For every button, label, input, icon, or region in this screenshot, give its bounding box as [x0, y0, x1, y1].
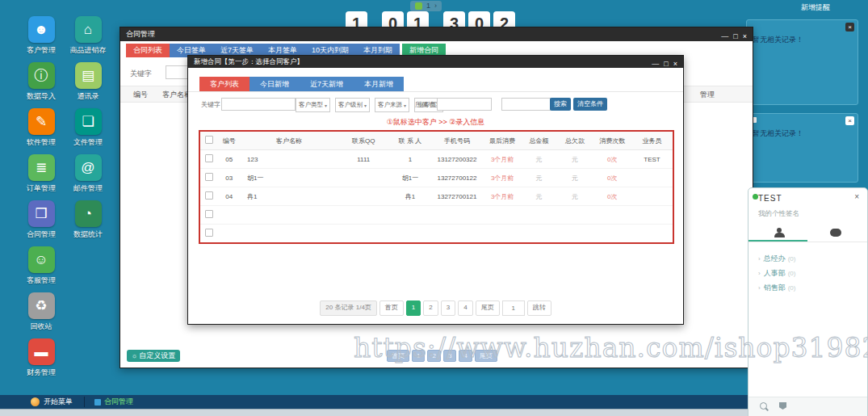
close-icon[interactable]: ×	[673, 60, 677, 68]
last-page-button[interactable]: 尾页	[476, 300, 500, 316]
contact-group[interactable]: ›总经办(0)	[758, 250, 795, 264]
page-button[interactable]: 4	[459, 350, 472, 362]
jump-button[interactable]: 跳转	[527, 300, 551, 316]
desktop: ☻ 客户管理 ⌂ 商品进销存 ⓘ 数据导入 ▤ 通讯录 ✎ 软件管理	[0, 0, 868, 416]
contact-group[interactable]: ›销售部(0)	[758, 279, 795, 293]
tab-chats[interactable]	[828, 226, 844, 239]
page-number-button[interactable]: 1	[406, 300, 421, 316]
customer-tab[interactable]: 今日新增	[249, 77, 300, 91]
maximize-icon[interactable]: □	[664, 60, 668, 68]
cell-qq	[338, 169, 390, 187]
page-number-button[interactable]: 2	[423, 300, 438, 316]
customer-row[interactable]: 05 123 1111 1 13127200322 3个月前 元 元 0次 TE…	[200, 150, 673, 169]
search-button[interactable]: 搜索	[550, 98, 571, 111]
app-icon: ❒	[28, 200, 55, 227]
cell-times: 0次	[593, 150, 631, 169]
maximize-icon[interactable]: □	[733, 32, 737, 40]
titlebar[interactable]: 新增合同【第一步：选择合同客户】 —□×	[188, 56, 683, 68]
app-icon: ✎	[28, 108, 55, 135]
desktop-app-shortcut[interactable]: ▬ 财务管理	[19, 338, 64, 384]
cell-phone	[431, 225, 484, 243]
select-all-header	[200, 132, 217, 150]
desktop-app-shortcut[interactable]: ≣ 订单管理	[19, 154, 64, 200]
app-label: 软件管理	[27, 137, 56, 148]
customer-row[interactable]	[200, 206, 673, 225]
app-label: 客服管理	[27, 275, 56, 286]
cell-last-purchase	[483, 206, 521, 225]
custom-settings-button[interactable]: ☼自定义设置	[127, 350, 180, 362]
page-number-button[interactable]: 3	[441, 300, 455, 316]
cell-id: 05	[217, 150, 241, 169]
keyword-input[interactable]	[221, 98, 296, 111]
first-page-button[interactable]: 首页	[379, 300, 404, 316]
filter-select[interactable]: 客户级别▾	[335, 98, 370, 112]
jump-page-input[interactable]	[502, 300, 525, 316]
notification-text: 暂无相关记录！	[753, 128, 803, 139]
desktop-app-shortcut[interactable]: ♻ 回收站	[19, 292, 64, 338]
desktop-app-shortcut[interactable]: ◔ 数据统计	[65, 200, 111, 246]
start-icon[interactable]	[31, 397, 40, 406]
select-all-checkbox[interactable]	[205, 136, 213, 144]
cell-debt	[556, 206, 593, 225]
start-menu-button[interactable]: 开始菜单	[44, 397, 73, 407]
person-icon	[774, 228, 785, 237]
desktop-app-shortcut[interactable]: ✎ 软件管理	[19, 108, 64, 154]
instruction-text: ①鼠标选中客户 >> ②录入信息	[188, 117, 683, 128]
row-checkbox[interactable]	[205, 173, 213, 181]
contract-tab[interactable]: 合同列表	[126, 44, 170, 57]
customer-row[interactable]	[200, 225, 673, 243]
customer-row[interactable]: 04 冉1 冉1 13272700121 3个月前 元 元 0次	[200, 187, 673, 206]
clear-filters-button[interactable]: 清空条件	[573, 98, 607, 111]
desktop-app-shortcut[interactable]: ▤ 通讯录	[65, 62, 111, 108]
badge-icon[interactable]	[779, 402, 786, 410]
notification-corner-title: 新增提醒	[801, 2, 830, 13]
desktop-app-shortcut[interactable]: ❒ 合同管理	[19, 200, 64, 246]
desktop-app-shortcut[interactable]: ☻ 客户管理	[19, 16, 64, 62]
row-checkbox[interactable]	[205, 154, 213, 162]
page-button[interactable]: 2	[427, 350, 440, 362]
customer-row[interactable]: 03 胡1一 胡1一 13272700122 3个月前 元 元 0次	[200, 169, 673, 187]
region-input[interactable]	[437, 98, 492, 111]
desktop-icon-grid: ☻ 客户管理 ⌂ 商品进销存 ⓘ 数据导入 ▤ 通讯录 ✎ 软件管理	[18, 16, 111, 384]
search-icon[interactable]	[760, 402, 767, 410]
page-button[interactable]: 尾页	[475, 350, 497, 362]
page-button[interactable]: 首页	[387, 350, 409, 362]
chevron-down-icon: ▾	[325, 103, 327, 108]
background-window-edge	[0, 409, 868, 416]
close-icon[interactable]: ×	[743, 32, 747, 40]
extra-filter-input[interactable]	[501, 98, 551, 111]
taskbar-window-button[interactable]: 合同管理	[104, 397, 133, 407]
close-icon[interactable]: ×	[845, 23, 854, 32]
pager-widget[interactable]: 1 ›	[410, 1, 442, 11]
cell-amount: 元	[522, 169, 557, 187]
row-checkbox[interactable]	[205, 229, 213, 237]
desktop-app-shortcut[interactable]: ❏ 文件管理	[65, 108, 111, 154]
customer-tab[interactable]: 近7天新增	[300, 77, 354, 91]
filter-select[interactable]: 客户来源▾	[375, 98, 409, 112]
cell-times	[593, 206, 631, 225]
row-checkbox[interactable]	[205, 191, 213, 200]
desktop-app-shortcut[interactable]: ☺ 客服管理	[19, 246, 64, 292]
minimize-icon[interactable]: —	[721, 32, 728, 40]
chat-bubble-icon	[830, 229, 841, 237]
pager-next-icon[interactable]: ›	[434, 1, 437, 11]
app-icon: ❏	[75, 108, 102, 135]
customer-tab[interactable]: 客户列表	[199, 77, 249, 91]
row-checkbox[interactable]	[205, 210, 213, 218]
minimize-icon[interactable]: —	[652, 60, 659, 68]
cell-agent: TEST	[631, 150, 673, 169]
close-icon[interactable]: ×	[854, 192, 859, 201]
tab-contacts[interactable]	[771, 226, 787, 239]
page-button[interactable]: 1	[412, 350, 425, 362]
filter-select[interactable]: 客户类型▾	[296, 98, 330, 112]
desktop-app-shortcut[interactable]: ⌂ 商品进销存	[65, 16, 111, 62]
page-button[interactable]: 3	[443, 350, 456, 362]
desktop-app-shortcut[interactable]: @ 邮件管理	[65, 154, 111, 200]
customer-tab[interactable]: 本月新增	[354, 77, 404, 91]
close-icon[interactable]: ×	[845, 116, 854, 125]
desktop-app-shortcut[interactable]: ⓘ 数据导入	[19, 62, 64, 108]
page-number-button[interactable]: 4	[458, 300, 472, 316]
titlebar[interactable]: 合同管理 —□×	[120, 27, 753, 41]
chevron-right-icon: ›	[758, 255, 761, 263]
contact-group[interactable]: ›人事部(0)	[758, 264, 795, 279]
